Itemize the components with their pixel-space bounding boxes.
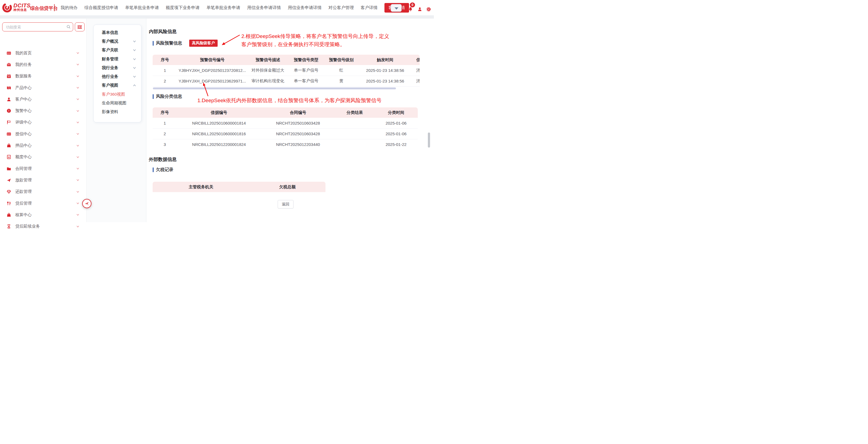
sidebar-item-label: 产品中心 xyxy=(15,85,76,90)
cell: 2025-01-06 xyxy=(374,128,418,139)
submenu-lifecycle-view[interactable]: 生命周期视图 xyxy=(94,99,141,108)
nav-single-batch-1[interactable]: 单笔单批业务申请 xyxy=(125,5,159,11)
col-clipped: 信 xyxy=(411,55,420,65)
back-button[interactable]: 返回 xyxy=(278,200,293,208)
sidebar-item-my-home[interactable]: 我的首页 xyxy=(0,47,87,59)
table-row[interactable]: 3 NRCBILL2025012200001824 NRCHT202501220… xyxy=(153,139,418,149)
cell: 对外担保金额过大 xyxy=(247,65,288,76)
sidebar-item-product-center[interactable]: 产品中心 xyxy=(0,82,87,93)
table-row[interactable]: 1 NRCBILL2025010600001814 NRCHT202501060… xyxy=(153,118,418,128)
sidebar-item-label: 还款管理 xyxy=(15,189,76,194)
bag-icon xyxy=(6,213,11,217)
nav-loan-detail-1[interactable]: 用信业务申请详情 xyxy=(247,5,281,11)
horizontal-scrollbar[interactable] xyxy=(153,87,396,89)
submenu-customer-overview[interactable]: 客户概况 xyxy=(94,37,141,46)
sidebar-item-rating-center[interactable]: 评级中心 xyxy=(0,117,87,128)
top-nav: 我的待办 综合额度授信申请 单笔单批业务申请 额度项下业务申请 单笔单批业务申请… xyxy=(61,0,409,15)
notification-badge: 0 xyxy=(410,2,415,7)
warning-signal-table: 序号 预警信号编号 预警信号描述 预警信号类型 预警信号级别 触发时间 信 1 … xyxy=(153,55,420,87)
dcits-logo-icon xyxy=(2,2,12,13)
user-icon[interactable] xyxy=(417,7,422,11)
chevron-down-icon xyxy=(76,213,80,216)
cell: NRCHT2025010603428 xyxy=(261,118,335,128)
cell: 红 xyxy=(324,65,359,76)
gear-icon[interactable] xyxy=(426,7,431,12)
menu-toggle-button[interactable] xyxy=(75,22,85,31)
sidebar-item-label: 押品中心 xyxy=(15,143,76,148)
annotation-arrow-1 xyxy=(201,81,211,97)
submenu-customer-relation[interactable]: 客户关联 xyxy=(94,46,141,55)
sidebar-item-disbursement-mgmt[interactable]: 放款管理 xyxy=(0,174,87,186)
submenu-customer-360-view[interactable]: 客户360视图 xyxy=(94,90,141,99)
sidebar-item-label: 预警中心 xyxy=(15,108,76,113)
sidebar-item-label: 授信中心 xyxy=(15,131,76,137)
tax-arrears-table: 主管税务机关 欠税总额 xyxy=(153,182,326,193)
sidebar-item-my-tasks[interactable]: 我的任务 xyxy=(0,59,87,70)
nav-customer-detail[interactable]: 客户详情 xyxy=(361,5,378,11)
cell: 2025-01-23 14:38:56 xyxy=(359,65,411,76)
sidebar-item-warning-center[interactable]: 预警中心 xyxy=(0,105,87,116)
table-row[interactable]: 2 YJBHYJXH_DGP20250123629971... 审计机构出现变化… xyxy=(153,76,420,86)
bag-icon xyxy=(6,143,11,148)
sidebar-item-label: 贷后管理 xyxy=(15,201,76,206)
sidebar-item-contract-mgmt[interactable]: 合同管理 xyxy=(0,163,87,174)
col-signal-type: 预警信号类型 xyxy=(288,55,324,65)
nav-my-todo[interactable]: 我的待办 xyxy=(61,5,78,11)
bell-icon[interactable] xyxy=(408,7,413,11)
chevron-down-icon xyxy=(76,86,80,89)
cell: NRCBILL2025012200001824 xyxy=(177,139,261,149)
topbar-divider xyxy=(406,6,407,12)
submenu-label-active: 客户360视图 xyxy=(102,92,136,97)
nav-under-quota[interactable]: 额度项下业务申请 xyxy=(166,5,199,11)
cell: 2 xyxy=(153,128,177,139)
chevron-down-icon xyxy=(76,190,80,194)
back-arrow-icon xyxy=(84,201,89,206)
cell: 审计机构出现变化 xyxy=(247,76,288,86)
cell xyxy=(335,128,374,139)
submenu-our-bank-business[interactable]: 我行业务 xyxy=(94,63,141,72)
cell: 2025-01-06 xyxy=(374,118,418,128)
search-icon xyxy=(66,25,71,29)
table-row[interactable]: 2 NRCBILL2025010600001816 NRCHT202501060… xyxy=(153,128,418,139)
nav-loan-detail-2[interactable]: 用信业务申请详情 xyxy=(288,5,322,11)
sidebar-item-label: 数据服务 xyxy=(15,73,76,79)
submenu-label: 我行业务 xyxy=(102,65,133,70)
sidebar-item-credit-center[interactable]: 授信中心 xyxy=(0,128,87,140)
tab-overflow-dropdown[interactable] xyxy=(391,4,402,12)
table-row[interactable]: 1 YJBHYJXH_DGP20250123720812... 对外担保金额过大… xyxy=(153,65,420,76)
sidebar-item-accounting-center[interactable]: 核算中心 xyxy=(0,209,87,220)
cell: NRCHT2025010603428 xyxy=(261,128,335,139)
search-input[interactable] xyxy=(2,22,73,31)
sidebar-item-post-loan-continue[interactable]: 贷后延续业务 xyxy=(0,220,87,222)
submenu-finance-mgmt[interactable]: 财务管理 xyxy=(94,55,141,63)
cell: 消 xyxy=(411,76,420,86)
submenu-image-materials[interactable]: 影像资料 xyxy=(94,108,141,116)
col-tax-total: 欠税总额 xyxy=(249,182,326,192)
annotation-2: 2.根据DeepSeek传导策略，将客户名下预警信号向上传导，定义 客户预警级别… xyxy=(241,32,390,49)
sidebar-item-post-loan-mgmt[interactable]: 贷后管理 xyxy=(0,198,87,209)
sidebar-item-quota-center[interactable]: 额度中心 xyxy=(0,151,87,163)
high-risk-badge: 高风险级客户 xyxy=(189,40,218,47)
nav-credit-apply[interactable]: 综合额度授信申请 xyxy=(84,5,118,11)
cell: 1 xyxy=(153,65,177,76)
col-signal-level: 预警信号级别 xyxy=(324,55,359,65)
sidebar-item-customer-center[interactable]: 客户中心 xyxy=(0,93,87,105)
vertical-scrollbar[interactable] xyxy=(428,132,430,148)
doc-w-icon xyxy=(6,155,11,159)
submenu-other-bank-business[interactable]: 他行业务 xyxy=(94,72,141,81)
sidebar-item-label: 我的首页 xyxy=(15,51,76,56)
collapse-sidebar-button[interactable] xyxy=(82,199,91,208)
risk-classification-section: 风险分类信息 xyxy=(153,94,182,99)
nav-corp-customer-mgmt[interactable]: 对公客户管理 xyxy=(329,5,354,11)
submenu-basic-info[interactable]: 基本信息 xyxy=(94,28,141,37)
section-bar xyxy=(153,41,154,46)
sidebar-item-collateral-center[interactable]: 押品中心 xyxy=(0,140,87,151)
cell xyxy=(335,118,374,128)
calendar-icon xyxy=(6,74,11,79)
col-seq: 序号 xyxy=(153,108,177,118)
cell: NRCBILL2025010600001814 xyxy=(177,118,261,128)
nav-single-batch-2[interactable]: 单笔单批业务申请 xyxy=(207,5,240,11)
sidebar-item-data-services[interactable]: 数据服务 xyxy=(0,70,87,82)
sidebar-item-repayment-mgmt[interactable]: 还款管理 xyxy=(0,186,87,198)
submenu-customer-view[interactable]: 客户视图 xyxy=(94,81,141,90)
